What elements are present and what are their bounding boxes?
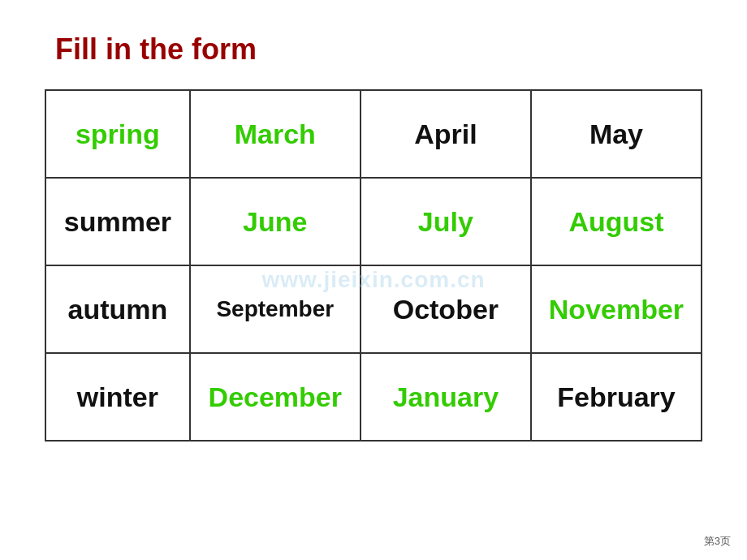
page-title: Fill in the form	[55, 32, 747, 67]
month-cell: September	[190, 265, 361, 353]
season-cell: summer	[45, 178, 190, 265]
month-cell: January	[361, 353, 531, 441]
month-cell: December	[190, 353, 361, 441]
month-cell: July	[361, 178, 531, 265]
table-row: springMarchAprilMay	[45, 90, 702, 178]
season-cell: spring	[45, 90, 190, 178]
table-wrapper: springMarchAprilMaysummerJuneJulyAugusta…	[45, 89, 702, 442]
month-cell: October	[361, 265, 531, 353]
season-cell: autumn	[45, 265, 190, 353]
month-cell: March	[190, 90, 361, 178]
table-row: summerJuneJulyAugust	[45, 178, 702, 265]
month-cell: April	[361, 90, 531, 178]
month-cell: May	[531, 90, 702, 178]
season-cell: winter	[45, 353, 190, 441]
month-cell: June	[190, 178, 361, 265]
page-number: 第3页	[704, 534, 731, 549]
month-cell: November	[531, 265, 702, 353]
seasons-table: springMarchAprilMaysummerJuneJulyAugusta…	[45, 89, 702, 442]
table-row: winterDecemberJanuaryFebruary	[45, 353, 702, 441]
month-cell: February	[531, 353, 702, 441]
table-row: autumnSeptemberOctoberNovember	[45, 265, 702, 353]
month-cell: August	[531, 178, 702, 265]
